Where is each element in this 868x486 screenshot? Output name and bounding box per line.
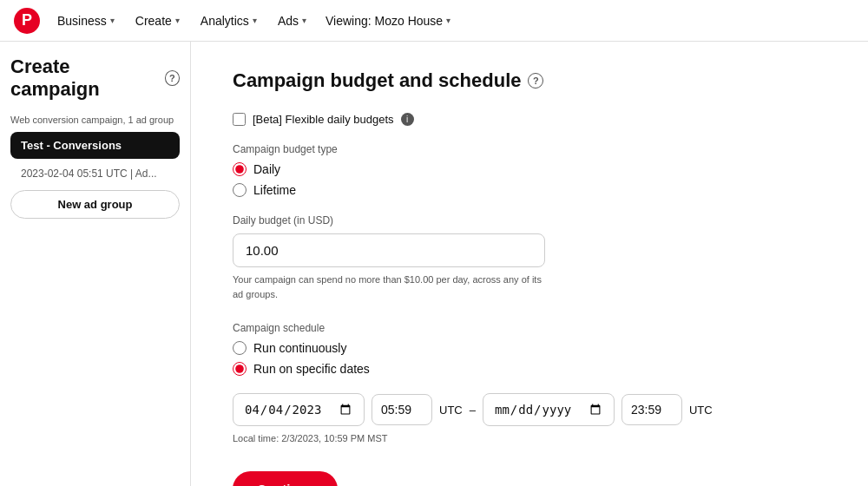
radio-specific[interactable] bbox=[233, 362, 247, 376]
nav-analytics[interactable]: Analytics ▾ bbox=[192, 9, 266, 33]
new-ad-group-button[interactable]: New ad group bbox=[10, 190, 180, 219]
nav-ads-label: Ads bbox=[278, 14, 299, 28]
radio-continuous[interactable] bbox=[233, 341, 247, 355]
section-help-icon[interactable]: ? bbox=[528, 73, 543, 89]
radio-lifetime-row: Lifetime bbox=[233, 183, 826, 197]
nav-business[interactable]: Business ▾ bbox=[49, 9, 123, 33]
schedule-label: Campaign schedule bbox=[233, 322, 826, 334]
radio-daily[interactable] bbox=[233, 162, 247, 176]
nav-analytics-label: Analytics bbox=[201, 14, 249, 28]
schedule-section: Campaign schedule Run continuously Run o… bbox=[233, 322, 826, 376]
sidebar-help-icon[interactable]: ? bbox=[165, 70, 180, 86]
sidebar-sub-item: 2023-02-04 05:51 UTC | Ad... bbox=[10, 164, 180, 183]
sidebar-section-label: Web conversion campaign, 1 ad group bbox=[10, 115, 180, 125]
budget-hint: Your campaign can spend no more than $10… bbox=[233, 273, 545, 301]
beta-checkbox-label: [Beta] Flexible daily budgets bbox=[253, 113, 394, 126]
schedule-radio-group: Run continuously Run on specific dates bbox=[233, 341, 826, 376]
local-time-label: Local time: 2/3/2023, 10:59 PM MST bbox=[233, 433, 826, 443]
nav-create[interactable]: Create ▾ bbox=[127, 9, 188, 33]
nav-viewing-chevron: ▾ bbox=[446, 16, 450, 25]
date-range-dash: – bbox=[470, 404, 476, 417]
dates-row: UTC – UTC bbox=[233, 393, 826, 426]
radio-lifetime-label: Lifetime bbox=[253, 183, 296, 197]
section-title: Campaign budget and schedule ? bbox=[233, 69, 826, 92]
start-time-input[interactable] bbox=[372, 394, 432, 425]
main-content: Campaign budget and schedule ? [Beta] Fl… bbox=[191, 42, 868, 486]
sidebar-title: Create campaign ? bbox=[10, 56, 180, 101]
radio-daily-row: Daily bbox=[233, 162, 826, 176]
end-date-input[interactable] bbox=[483, 393, 615, 426]
beta-checkbox[interactable] bbox=[233, 113, 246, 126]
pinterest-logo[interactable]: P bbox=[14, 8, 40, 34]
budget-type-radio-group: Daily Lifetime bbox=[233, 162, 826, 197]
end-time-input[interactable] bbox=[621, 394, 682, 425]
nav-analytics-chevron: ▾ bbox=[253, 16, 257, 25]
radio-specific-label: Run on specific dates bbox=[253, 362, 370, 376]
sidebar: Create campaign ? Web conversion campaig… bbox=[0, 42, 191, 486]
start-date-input[interactable] bbox=[233, 393, 365, 426]
daily-budget-label: Daily budget (in USD) bbox=[233, 214, 826, 227]
nav-create-label: Create bbox=[135, 14, 172, 28]
utc-label-1: UTC bbox=[439, 404, 463, 417]
beta-info-icon[interactable]: i bbox=[401, 113, 414, 126]
budget-type-label: Campaign budget type bbox=[233, 143, 826, 155]
radio-daily-label: Daily bbox=[253, 162, 280, 176]
radio-lifetime[interactable] bbox=[233, 183, 247, 197]
utc-label-2: UTC bbox=[689, 404, 713, 417]
top-nav: P Business ▾ Create ▾ Analytics ▾ Ads ▾ … bbox=[0, 0, 868, 42]
nav-create-chevron: ▾ bbox=[175, 16, 180, 25]
daily-budget-input[interactable] bbox=[233, 233, 545, 267]
continue-button[interactable]: Continue bbox=[233, 471, 338, 486]
radio-continuous-row: Run continuously bbox=[233, 341, 826, 355]
nav-business-chevron: ▾ bbox=[110, 16, 115, 25]
nav-viewing-label: Viewing: Mozo House bbox=[326, 14, 443, 28]
radio-continuous-label: Run continuously bbox=[253, 341, 346, 355]
beta-checkbox-row: [Beta] Flexible daily budgets i bbox=[233, 113, 826, 126]
nav-ads[interactable]: Ads ▾ bbox=[269, 9, 315, 33]
nav-business-label: Business bbox=[57, 14, 107, 28]
nav-viewing[interactable]: Viewing: Mozo House ▾ bbox=[326, 14, 450, 28]
radio-specific-row: Run on specific dates bbox=[233, 362, 826, 376]
sidebar-campaign-item[interactable]: Test - Conversions bbox=[10, 132, 180, 159]
nav-ads-chevron: ▾ bbox=[302, 16, 306, 25]
